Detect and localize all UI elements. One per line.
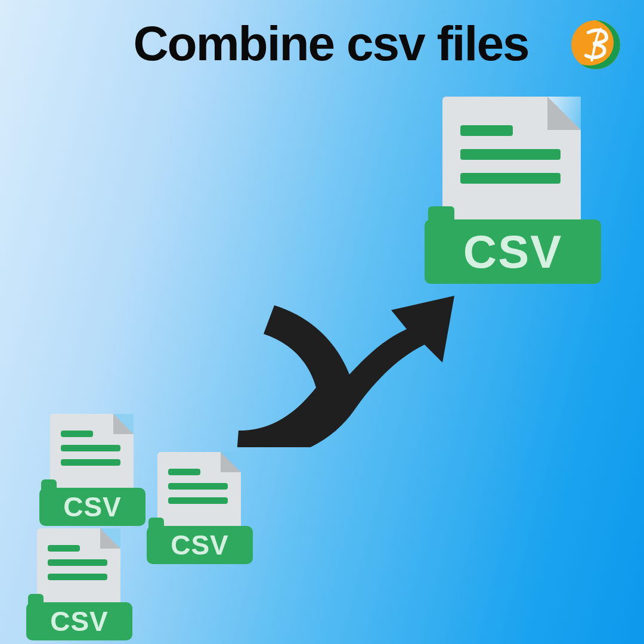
csv-file-small-3-icon: CSV — [26, 528, 134, 643]
page-title: Combine csv files — [0, 16, 644, 72]
csv-file-small-1-icon: CSV — [39, 414, 147, 528]
logo-badge — [571, 20, 620, 69]
csv-file-small-2-icon: CSV — [147, 452, 254, 566]
csv-label: CSV — [171, 529, 229, 561]
csv-label: CSV — [50, 605, 109, 637]
merge-arrow-icon — [233, 292, 459, 447]
csv-file-large-icon: CSV — [425, 97, 603, 287]
csv-label: CSV — [63, 491, 122, 523]
csv-label: CSV — [463, 225, 562, 279]
